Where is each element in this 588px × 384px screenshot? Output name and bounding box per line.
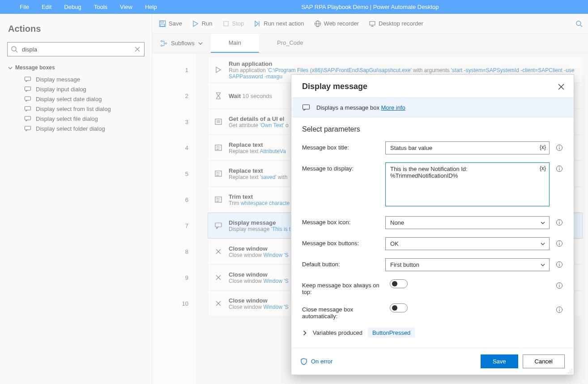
label-message-box-buttons: Message box buttons: bbox=[302, 237, 385, 247]
close-icon[interactable] bbox=[558, 83, 565, 90]
resize-grip-icon[interactable] bbox=[567, 368, 573, 374]
info-icon[interactable] bbox=[556, 240, 563, 247]
variable-picker-icon[interactable]: {x} bbox=[540, 144, 546, 150]
svg-point-71 bbox=[570, 371, 571, 371]
label-always-on-top: Keep message box always on top: bbox=[302, 279, 390, 295]
dialog-info-banner: Displays a message box More info bbox=[291, 98, 574, 117]
chevron-right-icon bbox=[302, 330, 307, 336]
svg-point-56 bbox=[559, 221, 560, 222]
toggle-close-automatically[interactable] bbox=[390, 303, 408, 312]
label-default-button: Default button: bbox=[302, 258, 385, 268]
cancel-button[interactable]: Cancel bbox=[523, 354, 565, 368]
display-message-dialog: Display message Displays a message box M… bbox=[291, 74, 574, 375]
variable-chip-buttonpressed[interactable]: ButtonPressed bbox=[368, 328, 415, 338]
label-close-automatically: Close message box automatically: bbox=[302, 303, 390, 320]
toggle-always-on-top[interactable] bbox=[390, 279, 408, 288]
svg-point-74 bbox=[568, 372, 569, 373]
svg-point-50 bbox=[559, 146, 560, 147]
select-default-button[interactable]: First button bbox=[385, 258, 550, 271]
info-icon[interactable] bbox=[556, 165, 563, 172]
shield-icon bbox=[300, 358, 307, 365]
svg-point-70 bbox=[571, 371, 572, 371]
save-button[interactable]: Save bbox=[481, 354, 518, 368]
svg-point-73 bbox=[570, 372, 571, 373]
more-info-link[interactable]: More info bbox=[381, 104, 405, 111]
svg-point-59 bbox=[559, 242, 560, 243]
label-message-box-title: Message box title: bbox=[302, 141, 385, 151]
select-message-box-icon[interactable]: None bbox=[385, 216, 550, 229]
input-message-to-display[interactable]: This is the new Notification Id: %Trimme… bbox=[385, 162, 550, 206]
svg-point-65 bbox=[559, 284, 560, 285]
info-icon[interactable] bbox=[556, 282, 563, 289]
info-icon[interactable] bbox=[556, 261, 563, 268]
select-parameters-heading: Select parameters bbox=[302, 125, 563, 133]
select-message-box-buttons[interactable]: OK bbox=[385, 237, 550, 250]
info-icon[interactable] bbox=[556, 144, 563, 151]
info-icon[interactable] bbox=[556, 306, 563, 313]
variables-produced-row[interactable]: Variables produced ButtonPressed bbox=[302, 328, 563, 341]
svg-rect-47 bbox=[303, 105, 310, 109]
svg-point-68 bbox=[559, 308, 560, 309]
dialog-title: Display message bbox=[302, 82, 367, 91]
variable-picker-icon[interactable]: {x} bbox=[540, 165, 546, 171]
message-icon bbox=[302, 103, 310, 111]
on-error-button[interactable]: On error bbox=[300, 358, 332, 365]
label-message-to-display: Message to display: bbox=[302, 162, 385, 172]
info-icon[interactable] bbox=[556, 219, 563, 226]
input-message-box-title[interactable] bbox=[385, 141, 550, 154]
svg-point-72 bbox=[571, 372, 572, 373]
label-message-box-icon: Message box icon: bbox=[302, 216, 385, 226]
svg-point-53 bbox=[559, 167, 560, 168]
svg-point-62 bbox=[559, 263, 560, 264]
svg-point-69 bbox=[571, 369, 572, 370]
